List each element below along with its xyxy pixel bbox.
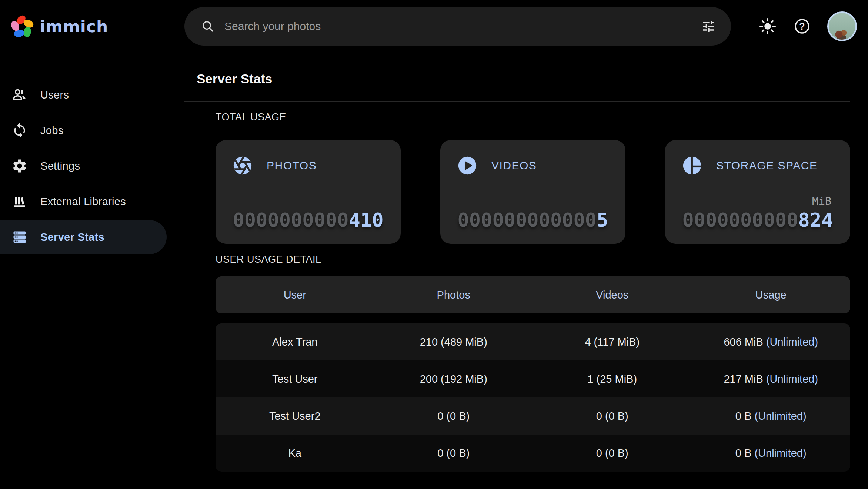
cell-usage: 0 B (Unlimited) <box>692 447 851 459</box>
table-row: Ka 0 (0 B) 0 (0 B) 0 B (Unlimited) <box>216 435 850 472</box>
column-header-videos: Videos <box>533 289 692 301</box>
usage-limit: (Unlimited) <box>766 373 818 385</box>
stat-card-unit <box>458 195 608 209</box>
sync-icon <box>11 122 28 139</box>
help-icon: ? <box>793 17 811 35</box>
top-bar-actions: ? <box>758 0 857 53</box>
pie-chart-icon <box>681 155 703 176</box>
stat-card-label: VIDEOS <box>491 159 537 172</box>
cell-usage: 0 B (Unlimited) <box>692 410 851 422</box>
sidebar-item-server-stats[interactable]: Server Stats <box>0 220 167 254</box>
sidebar-item-label: Server Stats <box>40 231 104 243</box>
table-header-row: User Photos Videos Usage <box>216 276 850 313</box>
app-wordmark: immich <box>40 17 108 36</box>
aperture-icon <box>232 155 253 176</box>
cell-videos: 0 (0 B) <box>533 410 692 422</box>
stat-card-unit: MiB <box>682 195 833 209</box>
cell-user: Test User2 <box>216 410 374 422</box>
sidebar-item-label: Settings <box>40 160 80 172</box>
sidebar-item-external-libraries[interactable]: External Libraries <box>0 184 167 219</box>
cell-usage: 217 MiB (Unlimited) <box>692 373 851 385</box>
bookshelf-icon <box>11 193 28 210</box>
search-icon <box>201 19 215 33</box>
usage-limit: (Unlimited) <box>754 447 806 459</box>
sidebar-item-users[interactable]: Users <box>0 78 167 112</box>
stat-card-label: STORAGE SPACE <box>716 159 817 172</box>
tune-icon <box>701 19 716 34</box>
cell-user: Alex Tran <box>216 336 374 348</box>
cell-user: Ka <box>216 447 374 459</box>
user-avatar[interactable] <box>827 11 857 41</box>
sidebar-item-label: Users <box>40 89 69 101</box>
cell-usage: 606 MiB (Unlimited) <box>692 336 851 348</box>
sidebar-item-label: External Libraries <box>40 196 126 208</box>
main-content: Server Stats TOTAL USAGE <box>172 53 868 489</box>
page-title: Server Stats <box>197 71 850 86</box>
column-header-photos: Photos <box>374 289 533 301</box>
column-header-usage: Usage <box>692 289 851 301</box>
cell-photos: 210 (489 MiB) <box>374 336 533 348</box>
immich-flower-icon <box>10 14 34 39</box>
stat-card-label: PHOTOS <box>267 159 317 172</box>
sidebar-item-jobs[interactable]: Jobs <box>0 113 167 147</box>
theme-toggle-button[interactable] <box>758 17 777 36</box>
search-filter-button[interactable] <box>701 19 716 34</box>
help-button[interactable]: ? <box>793 17 811 35</box>
top-bar: immich <box>0 0 868 53</box>
cell-user: Test User <box>216 373 374 385</box>
usage-limit: (Unlimited) <box>754 410 806 422</box>
cell-videos: 1 (25 MiB) <box>533 373 692 385</box>
sun-icon <box>758 17 777 36</box>
table-row: Test User 200 (192 MiB) 1 (25 MiB) 217 M… <box>216 360 850 397</box>
table-row: Alex Tran 210 (489 MiB) 4 (117 MiB) 606 … <box>216 323 850 360</box>
stat-cards: PHOTOS 0000000000410 VIDEOS <box>216 140 850 244</box>
title-divider <box>184 101 850 102</box>
users-icon <box>11 87 28 103</box>
admin-sidebar: Users Jobs Settings <box>0 53 172 489</box>
table-row: Test User2 0 (0 B) 0 (0 B) 0 B (Unlimite… <box>216 397 850 435</box>
table-body: Alex Tran 210 (489 MiB) 4 (117 MiB) 606 … <box>216 323 850 472</box>
stat-card-number: 0000000000824 <box>682 209 833 231</box>
stat-card-number: 0000000000410 <box>233 209 384 231</box>
cell-photos: 0 (0 B) <box>374 447 533 459</box>
gear-icon <box>11 158 28 174</box>
app-logo[interactable]: immich <box>10 0 108 53</box>
section-heading-total-usage: TOTAL USAGE <box>216 112 850 123</box>
sidebar-item-label: Jobs <box>40 124 63 137</box>
server-stack-icon <box>11 229 28 245</box>
column-header-user: User <box>216 289 374 301</box>
stat-card-number: 0000000000005 <box>458 209 608 231</box>
sidebar-item-settings[interactable]: Settings <box>0 149 167 183</box>
stat-card-storage: STORAGE SPACE MiB 0000000000824 <box>665 140 850 244</box>
stat-card-photos: PHOTOS 0000000000410 <box>216 140 401 244</box>
usage-limit: (Unlimited) <box>766 336 818 348</box>
stat-card-videos: VIDEOS 0000000000005 <box>440 140 625 244</box>
cell-photos: 0 (0 B) <box>374 410 533 422</box>
section-heading-user-usage: USER USAGE DETAIL <box>216 254 850 265</box>
user-usage-table: User Photos Videos Usage Alex Tran 210 (… <box>216 276 850 472</box>
play-circle-icon <box>457 155 478 176</box>
cell-videos: 4 (117 MiB) <box>533 336 692 348</box>
cell-photos: 200 (192 MiB) <box>374 373 533 385</box>
cell-videos: 0 (0 B) <box>533 447 692 459</box>
svg-text:?: ? <box>799 21 805 31</box>
stat-card-unit <box>233 195 384 209</box>
search-input[interactable] <box>224 20 701 33</box>
search-bar <box>184 7 731 46</box>
